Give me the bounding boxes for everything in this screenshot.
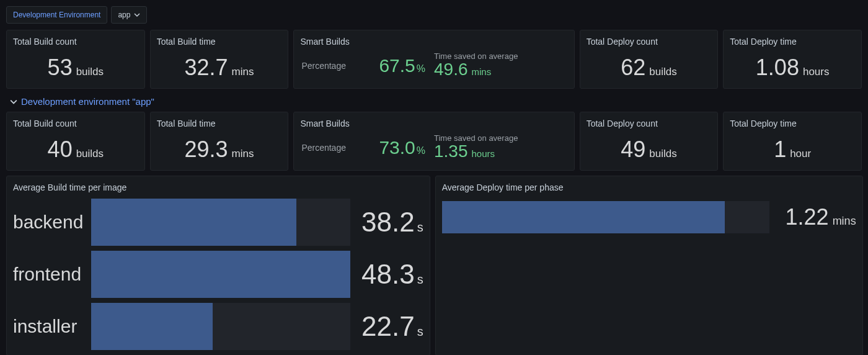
- panel-avg-build-time-per-image[interactable]: Average Build time per image backend38.2…: [6, 176, 430, 355]
- stats-row-overall: Total Build count 53 builds Total Build …: [6, 30, 862, 89]
- bar-track: [91, 303, 350, 350]
- panel-total-build-time[interactable]: Total Build time 32.7 mins: [150, 30, 289, 89]
- stat-value: 1: [774, 137, 786, 163]
- panel-title: Total Deploy time: [724, 30, 861, 47]
- panel-title: Smart Builds: [294, 30, 574, 47]
- bar-fill: [91, 303, 213, 350]
- stat-unit: builds: [649, 148, 676, 160]
- smart-pct-unit: %: [417, 63, 425, 74]
- stat-unit: builds: [649, 66, 676, 78]
- bar-track: [442, 201, 769, 233]
- smart-saved-value: 1.35: [434, 142, 468, 161]
- stat-value: 62: [621, 55, 645, 81]
- app-dropdown-value: app: [118, 11, 130, 19]
- panel-total-build-time[interactable]: Total Build time 29.3 mins: [150, 112, 289, 171]
- section-header-app[interactable]: Development environment "app": [6, 94, 862, 112]
- panel-smart-builds[interactable]: Smart Builds Percentage 73.0 % Time save…: [293, 112, 574, 171]
- panel-avg-deploy-time-per-phase[interactable]: Average Deploy time per phase 1.22mins: [435, 176, 863, 355]
- panel-smart-builds[interactable]: Smart Builds Percentage 67.5 % Time save…: [293, 30, 574, 89]
- chart-row: Average Build time per image backend38.2…: [0, 176, 868, 355]
- stat-value: 1.08: [756, 55, 799, 81]
- smart-pct-label: Percentage: [301, 143, 346, 153]
- smart-saved-unit: mins: [472, 66, 492, 77]
- bar-fill: [442, 201, 725, 233]
- smart-saved-value: 49.6: [434, 60, 468, 79]
- smart-pct-unit: %: [417, 145, 425, 156]
- panel-title: Total Build time: [151, 30, 288, 47]
- bar-category-label: backend: [13, 212, 91, 233]
- smart-pct-label: Percentage: [301, 61, 346, 71]
- bar-row: 1.22mins: [442, 199, 856, 236]
- panel-total-deploy-time[interactable]: Total Deploy time 1.08 hours: [723, 30, 862, 89]
- bar-category-label: installer: [13, 316, 91, 337]
- bar-row: installer22.7s: [13, 300, 423, 353]
- bar-value: 1.22mins: [786, 204, 856, 230]
- bar-value: 22.7s: [361, 311, 423, 342]
- stat-value: 53: [48, 55, 73, 81]
- panel-title: Total Deploy count: [580, 30, 718, 47]
- chevron-down-icon: [10, 98, 17, 106]
- app-dropdown[interactable]: app: [111, 6, 147, 24]
- panel-title: Smart Builds: [294, 112, 574, 128]
- panel-total-deploy-count[interactable]: Total Deploy count 49 builds: [580, 112, 719, 171]
- stat-unit: hour: [790, 148, 811, 160]
- stat-unit: builds: [76, 66, 104, 78]
- bar-track: [91, 251, 350, 298]
- smart-saved-unit: hours: [472, 148, 495, 159]
- stat-value: 40: [48, 137, 73, 163]
- env-variable-chip[interactable]: Development Environment: [6, 6, 107, 24]
- bar-value: 48.3s: [361, 259, 423, 290]
- panel-total-build-count[interactable]: Total Build count 53 builds: [6, 30, 145, 89]
- panel-title: Average Deploy time per phase: [436, 176, 862, 192]
- smart-pct-value: 73.0: [379, 137, 415, 158]
- chevron-down-icon: [134, 12, 140, 18]
- panel-title: Total Build time: [151, 112, 288, 128]
- bar-row: backend38.2s: [13, 196, 423, 248]
- panel-total-build-count[interactable]: Total Build count 40 builds: [6, 112, 145, 171]
- stat-value: 49: [621, 137, 645, 163]
- bar-row: frontend48.3s: [13, 248, 423, 300]
- bar-track: [91, 199, 350, 246]
- panel-title: Average Build time per image: [7, 176, 430, 192]
- stat-unit: builds: [76, 148, 104, 160]
- bar-fill: [91, 251, 350, 298]
- build-time-bar-chart: backend38.2sfrontend48.3sinstaller22.7s: [7, 192, 430, 355]
- stat-value: 29.3: [185, 137, 228, 163]
- template-variable-bar: Development Environment app: [0, 0, 868, 30]
- bar-category-label: frontend: [13, 264, 91, 285]
- stat-value: 32.7: [185, 55, 228, 81]
- bar-fill: [91, 199, 296, 246]
- panel-title: Total Deploy count: [580, 112, 718, 128]
- stat-unit: mins: [232, 148, 254, 160]
- panel-total-deploy-time[interactable]: Total Deploy time 1 hour: [723, 112, 862, 171]
- smart-pct-value: 67.5: [379, 55, 415, 76]
- deploy-time-bar-chart: 1.22mins: [436, 192, 862, 242]
- section-title: Development environment "app": [21, 96, 154, 107]
- stat-unit: hours: [803, 66, 830, 78]
- panel-title: Total Build count: [7, 30, 144, 47]
- stat-unit: mins: [232, 66, 254, 78]
- panel-title: Total Build count: [7, 112, 144, 128]
- bar-value: 38.2s: [361, 207, 423, 238]
- panel-total-deploy-count[interactable]: Total Deploy count 62 builds: [580, 30, 719, 89]
- stats-row-app: Total Build count 40 builds Total Build …: [6, 112, 862, 171]
- panel-title: Total Deploy time: [724, 112, 861, 128]
